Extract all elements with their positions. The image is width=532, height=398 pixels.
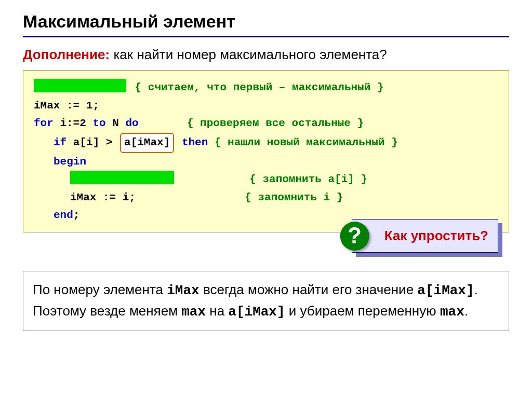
code-keyword: to <box>92 117 105 129</box>
code-comment: { считаем, что первый – максимальный } <box>135 81 384 93</box>
note-code: max <box>181 304 206 320</box>
callout-text: Как упростить? <box>384 228 488 243</box>
code-text: ; <box>73 209 80 221</box>
explanation-box: По номеру элемента iMax всегда можно най… <box>23 271 509 331</box>
note-code: a[iMax] <box>228 304 285 320</box>
code-keyword: do <box>125 117 138 129</box>
note-code: a[iMax] <box>417 283 474 298</box>
note-code: max <box>440 304 464 320</box>
note-text: По номеру элемента <box>33 282 167 297</box>
code-comment: { запомнить i } <box>245 191 343 203</box>
code-comment: { проверяем все остальные } <box>187 117 364 129</box>
code-line: iMax := 1; <box>34 100 99 112</box>
code-text: N <box>106 117 126 129</box>
note-code: iMax <box>167 283 199 298</box>
code-keyword: if <box>54 136 66 148</box>
note-text: на <box>206 303 228 319</box>
code-keyword: then <box>182 136 208 148</box>
subhead-lead: Дополнение: <box>23 47 110 62</box>
callout-box: ? Как упростить? <box>352 219 498 253</box>
code-comment: { нашли новый максимальный } <box>215 136 398 148</box>
note-text: всегда можно найти его значение <box>200 282 418 297</box>
highlight-box: a[iMax] <box>120 133 174 153</box>
question-mark-icon: ? <box>340 222 369 251</box>
code-comment: { запомнить a[i] } <box>249 173 367 185</box>
code-text: i:=2 <box>54 117 93 129</box>
code-block: { считаем, что первый – максимальный } i… <box>23 70 509 232</box>
note-text: и убираем переменную <box>285 303 440 319</box>
code-keyword: for <box>34 117 54 129</box>
slide-title: Максимальный элемент <box>23 11 509 32</box>
subhead-rest: как найти номер максимального элемента? <box>110 47 387 62</box>
note-text: . <box>464 303 468 319</box>
code-line: iMax := i; <box>34 189 136 207</box>
code-keyword: end <box>54 209 73 221</box>
code-keyword: begin <box>34 153 86 171</box>
code-text: a[i] > <box>66 136 119 148</box>
subheading: Дополнение: как найти номер максимальног… <box>23 47 509 63</box>
redacted-block-2 <box>70 171 174 184</box>
redacted-block-1 <box>34 79 126 92</box>
divider <box>23 36 509 37</box>
